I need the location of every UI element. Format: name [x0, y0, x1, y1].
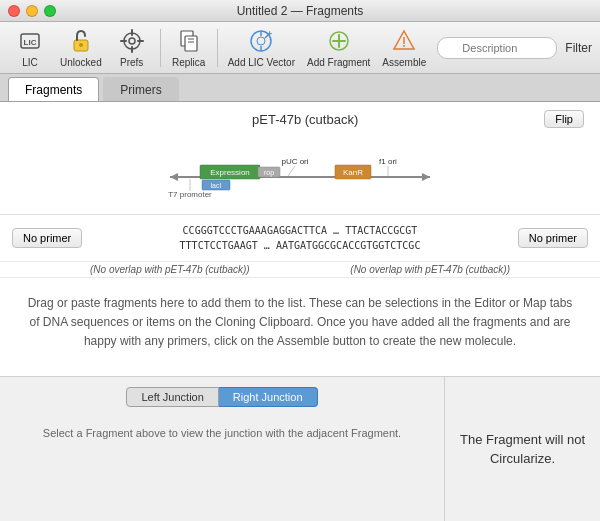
- tab-bar: Fragments Primers: [0, 74, 600, 102]
- svg-point-15: [257, 37, 265, 45]
- circularize-text: The Fragment will not Circularize.: [459, 430, 586, 469]
- search-input[interactable]: [437, 37, 557, 59]
- close-button[interactable]: [8, 5, 20, 17]
- junction-tab-left[interactable]: Left Junction: [126, 387, 218, 407]
- prefs-label: Prefs: [120, 57, 143, 68]
- svg-marker-40: [422, 173, 430, 181]
- plasmid-map: Expression lacI rop pUC ori KanR f1 ori: [16, 132, 584, 202]
- svg-point-5: [129, 38, 135, 44]
- lock-open-icon: [67, 27, 95, 55]
- unlocked-label: Unlocked: [60, 57, 102, 68]
- junction-message: Select a Fragment above to view the junc…: [10, 427, 434, 439]
- toolbar-add-fragment[interactable]: Add Fragment: [303, 25, 374, 70]
- svg-text:pUC ori: pUC ori: [281, 157, 308, 166]
- primer-sequence: CCGGGTCCCTGAAAGAGGACTTCA … TTACTACCGCGT …: [90, 223, 509, 253]
- window-title: Untitled 2 — Fragments: [237, 4, 364, 18]
- toolbar-separator-2: [217, 29, 218, 67]
- filter-label: Filter: [565, 41, 592, 55]
- assemble-icon: [390, 27, 418, 55]
- fragment-map-area: pET-47b (cutback) Flip Expression lacI r…: [0, 102, 600, 215]
- add-fragment-label: Add Fragment: [307, 57, 370, 68]
- window-controls[interactable]: [8, 5, 56, 17]
- add-lic-vector-label: Add LIC Vector: [228, 57, 295, 68]
- svg-text:LIC: LIC: [24, 38, 37, 47]
- svg-marker-39: [170, 173, 178, 181]
- main-content: pET-47b (cutback) Flip Expression lacI r…: [0, 102, 600, 521]
- svg-text:rop: rop: [264, 169, 274, 177]
- svg-text:T7 promoter: T7 promoter: [168, 190, 212, 199]
- primer-right-button[interactable]: No primer: [518, 228, 588, 248]
- svg-text:f1 ori: f1 ori: [379, 157, 397, 166]
- toolbar-lic[interactable]: LIC LIC: [8, 25, 52, 70]
- replica-icon: [175, 27, 203, 55]
- toolbar-separator: [160, 29, 161, 67]
- circularize-panel: The Fragment will not Circularize.: [445, 377, 600, 521]
- primer-left-button[interactable]: No primer: [12, 228, 82, 248]
- bottom-section: Left Junction Right Junction Select a Fr…: [0, 376, 600, 521]
- fragment-title-row: pET-47b (cutback) Flip: [16, 110, 584, 128]
- assemble-label: Assemble: [382, 57, 426, 68]
- primer-area: No primer CCGGGTCCCTGAAAGAGGACTTCA … TTA…: [0, 215, 600, 262]
- toolbar-prefs[interactable]: Prefs: [110, 25, 154, 70]
- minimize-button[interactable]: [26, 5, 38, 17]
- prefs-icon: [118, 27, 146, 55]
- lic-icon: LIC: [16, 27, 44, 55]
- toolbar-right: 🔍 Filter: [437, 37, 592, 59]
- overlap-left: (No overlap with pET-47b (cutback)): [90, 264, 250, 275]
- titlebar: Untitled 2 — Fragments: [0, 0, 600, 22]
- instructions-text: Drag or paste fragments here to add them…: [28, 296, 573, 348]
- svg-text:KanR: KanR: [343, 168, 363, 177]
- fragment-title: pET-47b (cutback): [66, 112, 544, 127]
- toolbar-add-lic-vector[interactable]: + Add LIC Vector: [224, 25, 299, 70]
- tab-fragments[interactable]: Fragments: [8, 77, 99, 101]
- junction-panel: Left Junction Right Junction Select a Fr…: [0, 377, 445, 521]
- svg-text:+: +: [267, 29, 272, 39]
- replica-label: Replica: [172, 57, 205, 68]
- svg-text:Expression: Expression: [210, 168, 250, 177]
- search-wrapper: 🔍: [437, 37, 557, 59]
- toolbar-unlocked[interactable]: Unlocked: [56, 25, 106, 70]
- toolbar: LIC LIC Unlocked Prefs: [0, 22, 600, 74]
- seq-bottom: TTTCTCCTGAAGT … AATGATGGCGCACCGTGGTCTCGC: [90, 238, 509, 253]
- add-fragment-icon: [325, 27, 353, 55]
- lic-label: LIC: [22, 57, 38, 68]
- svg-point-25: [403, 45, 405, 47]
- svg-point-3: [79, 43, 83, 47]
- flip-button[interactable]: Flip: [544, 110, 584, 128]
- plasmid-svg: Expression lacI rop pUC ori KanR f1 ori: [140, 132, 460, 202]
- overlap-right: (No overlap with pET-47b (cutback)): [350, 264, 510, 275]
- maximize-button[interactable]: [44, 5, 56, 17]
- toolbar-assemble[interactable]: Assemble: [378, 25, 430, 70]
- svg-line-34: [288, 166, 295, 176]
- svg-rect-11: [185, 36, 197, 51]
- junction-tab-right[interactable]: Right Junction: [219, 387, 318, 407]
- overlap-row: (No overlap with pET-47b (cutback)) (No …: [0, 262, 600, 278]
- toolbar-replica[interactable]: Replica: [167, 25, 211, 70]
- instructions: Drag or paste fragments here to add them…: [0, 278, 600, 376]
- svg-text:lacI: lacI: [211, 182, 222, 189]
- seq-top: CCGGGTCCCTGAAAGAGGACTTCA … TTACTACCGCGT: [90, 223, 509, 238]
- add-lic-vector-icon: +: [247, 27, 275, 55]
- tab-primers[interactable]: Primers: [103, 77, 178, 101]
- junction-tabs: Left Junction Right Junction: [10, 387, 434, 407]
